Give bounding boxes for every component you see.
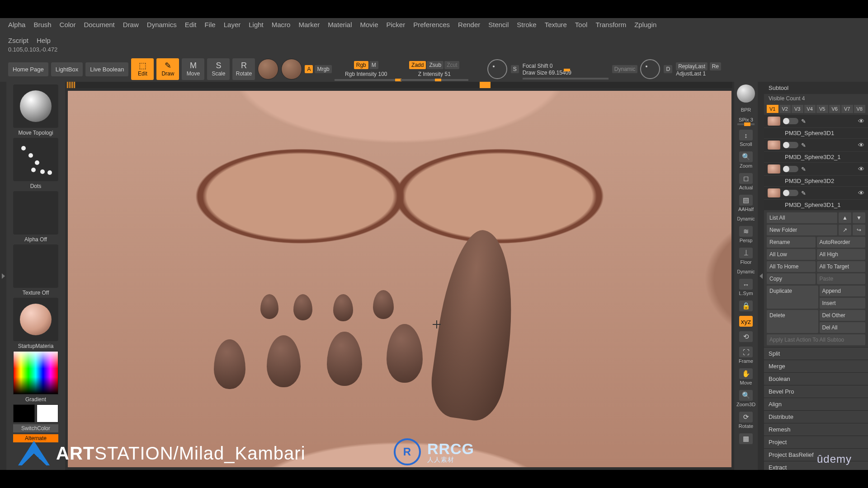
zsub-toggle[interactable]: Zsub bbox=[427, 61, 443, 69]
del-all-button[interactable]: Del All bbox=[820, 322, 866, 333]
menu-edit[interactable]: Edit bbox=[185, 21, 197, 28]
bpr-button[interactable]: BPR bbox=[736, 107, 755, 113]
eye-icon[interactable]: 👁 bbox=[858, 117, 864, 125]
brush-slot[interactable] bbox=[13, 84, 58, 128]
accordion-merge[interactable]: Merge bbox=[764, 360, 868, 372]
vtab-v1[interactable]: V1 bbox=[767, 105, 778, 113]
menu-picker[interactable]: Picker bbox=[387, 21, 406, 28]
move-up-button[interactable]: ▲ bbox=[839, 212, 851, 223]
menu-render[interactable]: Render bbox=[458, 21, 480, 28]
matcap-preview[interactable] bbox=[737, 84, 755, 103]
menu-marker[interactable]: Marker bbox=[298, 21, 320, 28]
all-to-target-button[interactable]: All To Target bbox=[817, 261, 866, 272]
move-view-button[interactable]: ✋Move bbox=[736, 368, 755, 385]
focal-shift-knob[interactable] bbox=[487, 59, 507, 79]
menu-stencil[interactable]: Stencil bbox=[488, 21, 509, 28]
solo-button[interactable]: ⟲ bbox=[736, 331, 755, 342]
delete-button[interactable]: Delete bbox=[767, 310, 818, 333]
copy-button[interactable]: Copy bbox=[767, 273, 816, 284]
zintensity-handle[interactable] bbox=[435, 79, 441, 81]
viewport-canvas[interactable] bbox=[68, 91, 731, 467]
left-tray-collapse[interactable] bbox=[0, 82, 6, 470]
material-slot[interactable] bbox=[13, 298, 58, 341]
gizmo3d-button[interactable] bbox=[258, 59, 278, 80]
vtab-v4[interactable]: V4 bbox=[804, 105, 816, 113]
menu-macro[interactable]: Macro bbox=[272, 21, 291, 28]
lightbox-button[interactable]: LightBox bbox=[51, 62, 83, 76]
subtool-item[interactable]: PM3D_Sphere3D1 bbox=[764, 128, 868, 139]
accordion-boolean[interactable]: Boolean bbox=[764, 372, 868, 385]
eye-icon[interactable]: 👁 bbox=[858, 141, 864, 149]
accordion-remesh[interactable]: Remesh bbox=[764, 423, 868, 436]
vtab-v5[interactable]: V5 bbox=[816, 105, 828, 113]
persp-button[interactable]: ≋Persp bbox=[736, 226, 755, 243]
menu-stroke[interactable]: Stroke bbox=[517, 21, 536, 28]
menu-file[interactable]: File bbox=[205, 21, 216, 28]
menu-brush[interactable]: Brush bbox=[33, 21, 51, 28]
accordion-split[interactable]: Split bbox=[764, 347, 868, 360]
focal-shift-handle[interactable] bbox=[564, 69, 570, 71]
accordion-bevel-pro[interactable]: Bevel Pro bbox=[764, 385, 868, 398]
menu-dynamics[interactable]: Dynamics bbox=[147, 21, 177, 28]
menu-alpha[interactable]: Alpha bbox=[8, 21, 25, 28]
menu-zscript[interactable]: Zscript bbox=[8, 37, 28, 44]
grid-fill-button[interactable]: ▦ bbox=[736, 433, 755, 444]
aahalf-button[interactable]: ▤AAHalf bbox=[736, 195, 755, 212]
zoom-button[interactable]: 🔍Zoom bbox=[736, 151, 755, 169]
all-high-button[interactable]: All High bbox=[817, 249, 866, 260]
vtab-v7[interactable]: V7 bbox=[841, 105, 853, 113]
primary-color-swatch[interactable] bbox=[37, 404, 58, 422]
alpha-slot[interactable] bbox=[13, 191, 58, 235]
menu-preferences[interactable]: Preferences bbox=[413, 21, 450, 28]
actual-button[interactable]: ◻Actual bbox=[736, 173, 755, 190]
del-other-button[interactable]: Del Other bbox=[820, 310, 866, 321]
accordion-extract[interactable]: Extract bbox=[764, 461, 868, 470]
dynamic-toggle[interactable]: Dynamic bbox=[612, 65, 638, 73]
apply-last-action-button[interactable]: Apply Last Action To All Subtoo bbox=[767, 334, 865, 345]
subtool-item[interactable]: ✎ 👁 bbox=[764, 115, 868, 128]
subtool-item[interactable]: ✎ 👁 bbox=[764, 187, 868, 200]
lsym-button[interactable]: ↔L.Sym bbox=[736, 279, 755, 296]
mrgb-toggle[interactable]: Mrgb bbox=[315, 65, 331, 73]
zadd-toggle[interactable]: Zadd bbox=[409, 61, 426, 69]
xyz-button[interactable]: xyz bbox=[736, 316, 755, 327]
secondary-color-swatch[interactable] bbox=[13, 404, 35, 422]
pencil-icon[interactable]: ✎ bbox=[801, 118, 806, 125]
subtool-toggle[interactable] bbox=[783, 142, 798, 148]
adjust-knob[interactable] bbox=[640, 59, 660, 79]
insert-button[interactable]: Insert bbox=[820, 298, 866, 309]
vtab-v8[interactable]: V8 bbox=[854, 105, 866, 113]
rotate-mode-button[interactable]: R Rotate bbox=[232, 58, 255, 80]
vtab-v6[interactable]: V6 bbox=[829, 105, 841, 113]
paste-button[interactable]: Paste bbox=[817, 273, 866, 284]
append-button[interactable]: Append bbox=[820, 286, 866, 296]
subtool-toggle[interactable] bbox=[783, 118, 798, 124]
list-all-button[interactable]: List All bbox=[767, 212, 837, 223]
pencil-icon[interactable]: ✎ bbox=[801, 190, 806, 197]
menu-help[interactable]: Help bbox=[37, 37, 51, 44]
subtool-item[interactable]: PM3D_Sphere3D2 bbox=[764, 176, 868, 187]
spix-slider[interactable]: SPix 3 bbox=[736, 117, 755, 125]
scroll-button[interactable]: ↕Scroll bbox=[736, 130, 755, 147]
polyframe-button[interactable]: 🔒 bbox=[736, 300, 755, 311]
vtab-v3[interactable]: V3 bbox=[792, 105, 803, 113]
rgb-toggle[interactable]: Rgb bbox=[354, 61, 368, 69]
subtool-item[interactable]: ✎ 👁 bbox=[764, 139, 868, 152]
move-mode-button[interactable]: M Move bbox=[182, 58, 204, 80]
floor-button[interactable]: ⟘Floor bbox=[736, 248, 755, 265]
draw-mode-button[interactable]: ✎ Draw bbox=[156, 58, 179, 80]
texture-slot[interactable] bbox=[13, 244, 58, 288]
accordion-project[interactable]: Project bbox=[764, 436, 868, 448]
zoom3d-button[interactable]: 🔍Zoom3D bbox=[736, 390, 755, 407]
frame-button[interactable]: ⛶Frame bbox=[736, 347, 755, 364]
rename-button[interactable]: Rename bbox=[767, 237, 816, 248]
new-folder-button[interactable]: New Folder bbox=[767, 225, 837, 235]
folder-misc-button[interactable]: ↪ bbox=[853, 225, 865, 235]
sculptris-button[interactable] bbox=[281, 59, 302, 80]
live-boolean-button[interactable]: Live Boolean bbox=[85, 62, 128, 76]
accordion-distribute[interactable]: Distribute bbox=[764, 410, 868, 423]
menu-document[interactable]: Document bbox=[84, 21, 114, 28]
replay-last-button[interactable]: ReplayLast bbox=[676, 62, 708, 70]
mrgb-a-toggle[interactable]: A bbox=[305, 65, 313, 73]
scale-mode-button[interactable]: S Scale bbox=[207, 58, 230, 80]
